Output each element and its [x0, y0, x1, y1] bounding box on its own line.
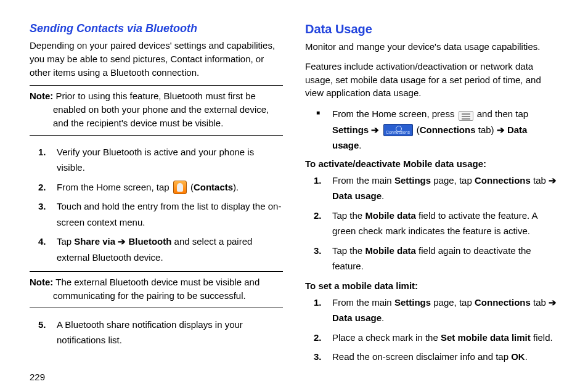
steps-list-3: From the main Settings page, tap Connect… [305, 295, 558, 365]
note-label: Note: [30, 91, 53, 101]
steps-list-1: Verify your Bluetooth is active and your… [30, 144, 283, 266]
step-bold: Mobile data [365, 210, 416, 221]
step-item: A Bluetooth share notification displays … [30, 317, 283, 348]
step-item: Touch and hold the entry from the list t… [30, 198, 283, 230]
right-intro-1: Monitor and mange your device's data usa… [305, 40, 558, 54]
step-text: Tap the [332, 245, 365, 256]
step-item: Place a check mark in the Set mobile dat… [305, 330, 558, 346]
bullet-item: From the Home screen, press and then tap… [305, 106, 558, 153]
step-text: ). [233, 182, 239, 192]
step-item: Tap the Mobile data field again to deact… [305, 243, 558, 274]
step-text: Touch and hold the entry from the list t… [57, 201, 281, 227]
note-block-1: Note: Prior to using this feature, Bluet… [30, 85, 283, 135]
step-bold: Data usage [332, 190, 382, 201]
page-columns: Sending Contacts via Bluetooth Depending… [30, 22, 558, 371]
step-text: From the main [332, 175, 394, 186]
step-bold: Settings [394, 297, 431, 308]
step-bold: OK [511, 351, 525, 362]
step-item: Tap Share via ➔ Bluetooth and select a p… [30, 234, 283, 265]
step-item: Tap the Mobile data field to activate th… [305, 208, 558, 239]
subheading-1: To activate/deactivate Mobile data usage… [305, 158, 558, 169]
bullet-bold: Connections [420, 125, 476, 135]
step-bold: Set mobile data limit [441, 332, 531, 343]
step-text: . [382, 312, 384, 323]
step-bold: Data usage [332, 312, 382, 323]
bullet-text: and then tap [477, 108, 528, 119]
bullet-text: tab) [476, 125, 497, 135]
bullet-text: . [359, 140, 361, 150]
arrow-icon: ➔ [369, 125, 382, 135]
arrow-icon: ➔ [115, 236, 128, 247]
step-bold: Settings [394, 175, 431, 186]
step-text: tab [531, 297, 549, 308]
step-text: Tap [57, 236, 74, 247]
right-intro-2: Features include activation/deactivation… [305, 60, 558, 100]
step-item: From the Home screen, tap (Contacts). [30, 179, 283, 195]
step-text: Verify your Bluetooth is active and your… [57, 147, 254, 173]
note-text: The external Bluetooth device must be vi… [53, 277, 259, 301]
step-text: page, tap [431, 175, 475, 186]
subheading-2: To set a mobile data limit: [305, 280, 558, 291]
step-text: . [382, 190, 384, 201]
step-text: Read the on-screen disclaimer info and t… [332, 351, 511, 362]
step-text: field. [531, 332, 553, 343]
note-text: Prior to using this feature, Bluetooth m… [53, 91, 269, 128]
step-item: Read the on-screen disclaimer info and t… [305, 349, 558, 365]
steps-list-1b: A Bluetooth share notification displays … [30, 317, 283, 348]
note-label: Note: [30, 277, 53, 287]
step-bold: Share via [74, 236, 115, 247]
connections-icon: Connections [383, 124, 413, 136]
step-item: From the main Settings page, tap Connect… [305, 173, 558, 204]
step-text: From the Home screen, tap [57, 182, 172, 192]
step-text: . [525, 351, 528, 362]
menu-icon [459, 111, 473, 121]
step-bold: Bluetooth [128, 236, 171, 247]
arrow-icon: ➔ [497, 125, 507, 135]
left-heading: Sending Contacts via Bluetooth [30, 22, 283, 35]
left-column: Sending Contacts via Bluetooth Depending… [30, 22, 283, 371]
right-column: Data Usage Monitor and mange your device… [305, 22, 558, 371]
note-block-2: Note: The external Bluetooth device must… [30, 271, 283, 308]
step-bold: Connections [475, 297, 531, 308]
step-item: Verify your Bluetooth is active and your… [30, 144, 283, 176]
step-text: Tap the [332, 210, 365, 221]
step-text: page, tap [431, 297, 475, 308]
step-text: Place a check mark in the [332, 332, 441, 343]
step-bold: Mobile data [365, 245, 416, 256]
bullet-bold: Settings [332, 125, 369, 135]
step-item: From the main Settings page, tap Connect… [305, 295, 558, 326]
left-intro: Depending on your paired devices' settin… [30, 39, 283, 79]
step-bold: Connections [475, 175, 531, 186]
step-text: From the main [332, 297, 394, 308]
right-heading: Data Usage [305, 22, 558, 36]
step-text: tab [531, 175, 549, 186]
step-text: A Bluetooth share notification displays … [57, 319, 243, 346]
bullet-text: From the Home screen, press [332, 108, 457, 119]
arrow-icon: ➔ [549, 297, 557, 308]
page-number: 229 [30, 372, 45, 382]
step-bold: Contacts [194, 182, 233, 192]
arrow-icon: ➔ [549, 175, 557, 186]
steps-list-2: From the main Settings page, tap Connect… [305, 173, 558, 274]
contacts-icon [173, 181, 187, 194]
